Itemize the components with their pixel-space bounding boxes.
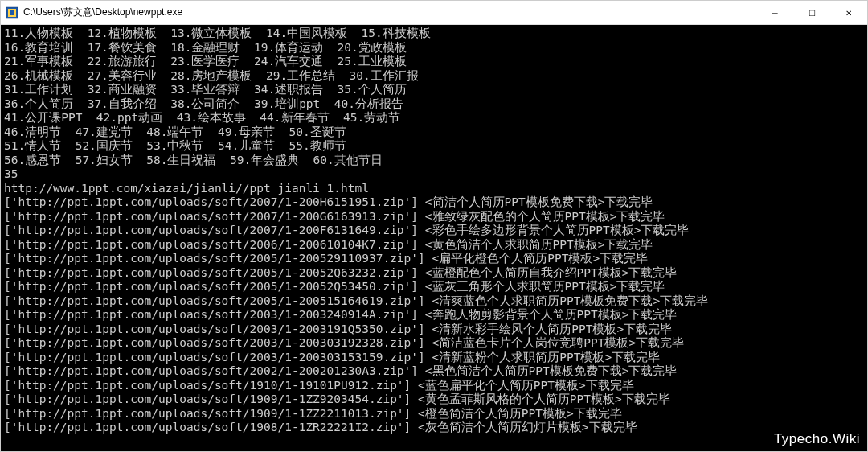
maximize-button[interactable]: ☐ [793, 1, 830, 25]
console-output[interactable]: 11.人物模板 12.植物模板 13.微立体模板 14.中国风模板 15.科技模… [1, 25, 867, 451]
svg-rect-2 [10, 10, 14, 15]
close-button[interactable]: ✕ [830, 1, 867, 25]
window-title: C:\Users\苏文意\Desktop\newppt.exe [23, 6, 182, 19]
window-controls: ─ ☐ ✕ [756, 1, 867, 24]
titlebar-left: C:\Users\苏文意\Desktop\newppt.exe [1, 6, 182, 19]
minimize-button[interactable]: ─ [756, 1, 793, 25]
titlebar[interactable]: C:\Users\苏文意\Desktop\newppt.exe ─ ☐ ✕ [1, 1, 867, 25]
console-window: C:\Users\苏文意\Desktop\newppt.exe ─ ☐ ✕ 11… [0, 0, 868, 452]
app-icon [6, 6, 18, 19]
